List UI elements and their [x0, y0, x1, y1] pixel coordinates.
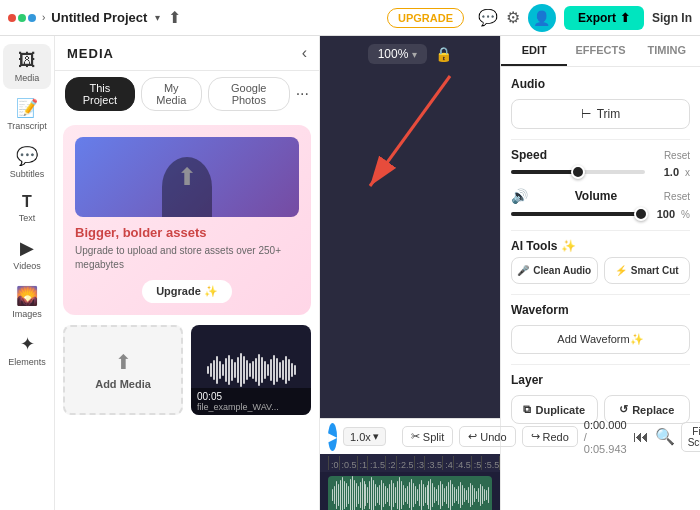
timeline-track-area: :0:0.5:1:1.5:2:2.5:3:3.5:4:4.5:5:5.5:6	[320, 454, 500, 510]
track-waveform-bar	[346, 483, 347, 507]
track-waveform-bar	[352, 476, 353, 510]
media-tab-my-media[interactable]: My Media	[141, 77, 202, 111]
add-waveform-button[interactable]: Add Waveform✨	[511, 325, 690, 354]
smart-cut-button[interactable]: ⚡ Smart Cut	[604, 257, 691, 284]
main-layout: 🖼 Media 📝 Transcript 💬 Subtitles T Text …	[0, 36, 700, 510]
audio-track-waveform	[328, 476, 492, 510]
upgrade-card-image: ⬆	[75, 137, 299, 217]
add-media-tile[interactable]: ⬆ Add Media	[63, 325, 183, 415]
waveform-bar	[291, 363, 293, 377]
audio-section-label: Audio	[511, 77, 690, 91]
media-tab-this-project[interactable]: This Project	[65, 77, 135, 111]
upgrade-card-button[interactable]: Upgrade ✨	[142, 280, 232, 303]
track-waveform-bar	[354, 480, 355, 510]
export-arrow-icon: ⬆	[620, 11, 630, 25]
audio-track[interactable]	[328, 476, 492, 510]
user-button[interactable]: 👤	[528, 4, 556, 32]
split-button[interactable]: ✂ Split	[402, 426, 453, 447]
track-waveform-bar	[474, 488, 475, 502]
track-waveform-bar	[478, 488, 479, 502]
signin-button[interactable]: Sign In	[652, 11, 692, 25]
divider-1	[511, 139, 690, 140]
redo-label: Redo	[543, 431, 569, 443]
track-waveform-bar	[362, 478, 363, 510]
track-waveform-bar	[423, 484, 424, 506]
chat-icon[interactable]: 💬	[478, 8, 498, 27]
media-tab-more-button[interactable]: ···	[296, 77, 309, 111]
timeline-zoom-out-button[interactable]: 🔍	[655, 427, 675, 446]
sidebar-item-transcript[interactable]: 📝 Transcript	[3, 91, 51, 137]
waveform-bar	[222, 364, 224, 376]
app-logo	[8, 14, 36, 22]
track-waveform-bar	[428, 481, 429, 509]
tab-effects[interactable]: EFFECTS	[567, 36, 633, 66]
sidebar-item-images[interactable]: 🌄 Images	[3, 279, 51, 325]
trim-button[interactable]: ⊢ Trim	[511, 99, 690, 129]
volume-slider-thumb[interactable]	[634, 207, 648, 221]
undo-icon: ↩	[468, 430, 477, 443]
undo-button[interactable]: ↩ Undo	[459, 426, 515, 447]
sidebar-item-subtitles[interactable]: 💬 Subtitles	[3, 139, 51, 185]
track-waveform-bar	[413, 483, 414, 507]
track-waveform-bar	[444, 488, 445, 502]
volume-reset-button[interactable]: Reset	[664, 191, 690, 202]
replace-label: Replace	[632, 404, 674, 416]
waveform-bar	[240, 353, 242, 387]
track-waveform-bar	[395, 487, 396, 503]
audio-tile[interactable]: 00:05 file_example_WAV...	[191, 325, 311, 415]
volume-label: Volume	[575, 189, 617, 203]
waveform-bar	[234, 362, 236, 378]
track-waveform-bar	[454, 487, 455, 503]
ruler-mark: :6	[499, 456, 500, 470]
sidebar-item-videos[interactable]: ▶ Videos	[3, 231, 51, 277]
play-button[interactable]: ▶	[328, 423, 337, 451]
sidebar-item-text[interactable]: T Text	[3, 187, 51, 229]
volume-slider-track[interactable]	[511, 212, 641, 216]
upgrade-button[interactable]: UPGRADE	[387, 8, 464, 28]
speed-badge[interactable]: 1.0x ▾	[343, 427, 386, 446]
redo-button[interactable]: ↪ Redo	[522, 426, 578, 447]
zoom-indicator[interactable]: 100% ▾	[368, 44, 428, 64]
sidebar-item-elements[interactable]: ✦ Elements	[3, 327, 51, 373]
clean-audio-label: Clean Audio	[533, 265, 591, 276]
volume-slider-row: 100 %	[511, 208, 690, 220]
upload-button[interactable]: ⬆	[168, 8, 181, 27]
speed-value: 1.0	[651, 166, 679, 178]
track-waveform-bar	[367, 487, 368, 503]
add-media-icon: ⬆	[115, 350, 132, 374]
sidebar-item-media[interactable]: 🖼 Media	[3, 44, 51, 89]
media-tabs: This Project My Media Google Photos ···	[55, 71, 319, 117]
user-icon: 👤	[533, 10, 550, 26]
speed-reset-button[interactable]: Reset	[664, 150, 690, 161]
waveform-section-label: Waveform	[511, 303, 690, 317]
track-waveform-bar	[440, 481, 441, 509]
speed-slider-thumb[interactable]	[571, 165, 585, 179]
waveform-bar	[255, 358, 257, 382]
media-content: ⬆ Bigger, bolder assets Upgrade to uploa…	[55, 117, 319, 510]
track-waveform-bar	[482, 486, 483, 504]
timeline-goto-start-button[interactable]: ⏮	[633, 428, 649, 446]
tab-edit[interactable]: EDIT	[501, 36, 567, 66]
export-button[interactable]: Export ⬆	[564, 6, 644, 30]
fit-to-screen-button[interactable]: Fit to Screen	[681, 422, 700, 452]
elements-icon: ✦	[20, 333, 35, 355]
media-panel-collapse-button[interactable]: ‹	[302, 44, 307, 62]
subtitles-icon: 💬	[16, 145, 38, 167]
track-waveform-bar	[364, 481, 365, 509]
waveform-bar	[210, 363, 212, 377]
lock-icon[interactable]: 🔒	[435, 46, 452, 62]
track-waveform-bar	[369, 481, 370, 509]
waveform-bar	[216, 356, 218, 384]
clean-audio-button[interactable]: 🎤 Clean Audio	[511, 257, 598, 284]
waveform-bar	[264, 361, 266, 379]
play-icon: ▶	[328, 430, 337, 444]
speed-slider-track[interactable]	[511, 170, 645, 174]
audio-tile-info: 00:05 file_example_WAV...	[191, 388, 311, 415]
media-tab-google-photos[interactable]: Google Photos	[208, 77, 290, 111]
topbar-right: 💬 ⚙ 👤 Export ⬆ Sign In	[478, 4, 692, 32]
track-waveform-bar	[387, 488, 388, 502]
tab-timing[interactable]: TIMING	[634, 36, 700, 66]
total-time-value: / 0:05.943	[584, 431, 627, 455]
speed-slider-fill	[511, 170, 578, 174]
settings-icon[interactable]: ⚙	[506, 8, 520, 27]
